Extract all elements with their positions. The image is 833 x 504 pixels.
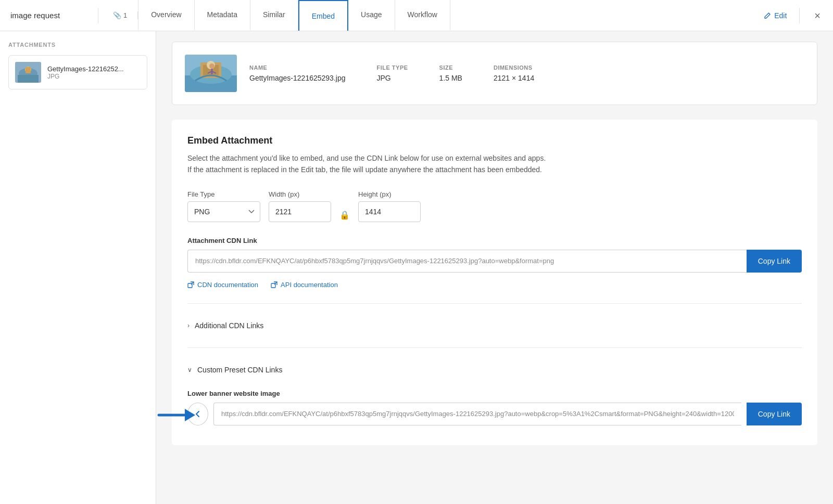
edit-icon [764, 12, 771, 19]
tab-overview[interactable]: Overview [138, 0, 194, 31]
file-type-label: FILE TYPE [376, 64, 408, 71]
custom-preset-accordion: ∨ Custom Preset CDN Links Lower banner w… [187, 358, 802, 425]
embed-form-row: File Type PNG JPG WEBP Width (px) 🔒 Heig… [187, 190, 802, 222]
banner-copy-button[interactable]: Copy Link [747, 403, 802, 425]
cdn-link-row: Copy Link [187, 250, 802, 273]
attachment-item[interactable]: GettyImages-12216252... JPG [8, 55, 147, 89]
file-type-select[interactable]: PNG JPG WEBP [187, 201, 260, 222]
banner-cdn-input[interactable] [213, 403, 741, 425]
svg-rect-4 [26, 67, 31, 73]
size-label: SIZE [439, 64, 462, 71]
tab-usage[interactable]: Usage [348, 0, 395, 31]
tab-similar[interactable]: Similar [250, 0, 298, 31]
additional-cdn-accordion: › Additional CDN Links [187, 314, 802, 337]
banner-section: Lower banner website image [187, 390, 802, 425]
content-area: NAME GettyImages-1221625293.jpg FILE TYP… [156, 31, 833, 504]
doc-links: CDN documentation API documentation [187, 281, 802, 289]
attachment-icon: 📎 [113, 11, 121, 19]
attachment-name: GettyImages-12216252... [47, 65, 124, 73]
divider-2 [187, 347, 802, 348]
tab-metadata[interactable]: Metadata [195, 0, 250, 31]
embed-section: Embed Attachment Select the attachment y… [172, 120, 817, 445]
copy-link-button[interactable]: Copy Link [747, 250, 802, 273]
header: image request 📎 1 Overview Metadata Simi… [0, 0, 833, 31]
file-dimensions-group: DIMENSIONS 2121 × 1414 [494, 64, 534, 82]
svg-point-11 [209, 63, 214, 69]
tab-workflow[interactable]: Workflow [395, 0, 450, 31]
width-label: Width (px) [269, 190, 331, 198]
divider-1 [187, 303, 802, 304]
chevron-right-icon: › [187, 322, 190, 329]
file-card: NAME GettyImages-1221625293.jpg FILE TYP… [172, 42, 817, 105]
embed-title: Embed Attachment [187, 135, 802, 146]
main-layout: ATTACHMENTS GettyImages-12216252... JPG [0, 31, 833, 504]
api-doc-link[interactable]: API documentation [271, 281, 338, 289]
page-title: image request [10, 11, 94, 20]
back-arrow-icon [194, 410, 202, 418]
edit-button[interactable]: Edit [764, 11, 787, 20]
svg-rect-2 [18, 75, 39, 83]
header-separator [98, 8, 98, 23]
sidebar-section-label: ATTACHMENTS [8, 42, 147, 48]
additional-cdn-header[interactable]: › Additional CDN Links [187, 314, 802, 337]
dimensions-value: 2121 × 1414 [494, 74, 534, 82]
file-type-group: File Type PNG JPG WEBP [187, 190, 260, 222]
file-name-group: NAME GettyImages-1221625293.jpg [249, 64, 345, 82]
attachment-type: JPG [47, 73, 124, 80]
attachment-count-value: 1 [123, 11, 127, 19]
cdn-link-label: Attachment CDN Link [187, 237, 802, 244]
cdn-doc-link[interactable]: CDN documentation [187, 281, 258, 289]
name-label: NAME [249, 64, 345, 71]
chevron-down-icon: ∨ [187, 366, 192, 373]
lock-icon: 🔒 [339, 210, 350, 222]
width-group: Width (px) [269, 190, 331, 222]
sidebar: ATTACHMENTS GettyImages-12216252... JPG [0, 31, 156, 504]
width-input[interactable] [269, 201, 331, 222]
file-type-group: FILE TYPE JPG [376, 64, 408, 82]
attachment-thumbnail [15, 62, 41, 83]
close-button[interactable]: × [812, 8, 823, 23]
height-input[interactable] [358, 201, 421, 222]
tab-bar: Overview Metadata Similar Embed Usage Wo… [138, 0, 764, 31]
file-preview [185, 55, 237, 92]
external-link-icon [187, 281, 194, 288]
custom-preset-header[interactable]: ∨ Custom Preset CDN Links [187, 358, 802, 381]
banner-label: Lower banner website image [187, 390, 802, 397]
header-sep2 [799, 8, 800, 23]
dimensions-label: DIMENSIONS [494, 64, 534, 71]
height-label: Height (px) [358, 190, 421, 198]
attachment-info: GettyImages-12216252... JPG [47, 65, 124, 80]
back-button[interactable] [187, 403, 208, 425]
file-size-group: SIZE 1.5 MB [439, 64, 462, 82]
header-actions: Edit × [764, 8, 823, 23]
size-value: 1.5 MB [439, 74, 462, 82]
external-link-icon-2 [271, 281, 277, 288]
tab-embed[interactable]: Embed [298, 0, 348, 31]
file-meta: NAME GettyImages-1221625293.jpg FILE TYP… [249, 64, 534, 82]
name-value: GettyImages-1221625293.jpg [249, 74, 345, 82]
attachment-count: 📎 1 [103, 11, 138, 19]
embed-description: Select the attachment you'd like to embe… [187, 152, 802, 176]
height-group: Height (px) [358, 190, 421, 222]
cdn-link-input[interactable] [187, 250, 747, 273]
file-type-value: JPG [376, 74, 408, 82]
file-type-form-label: File Type [187, 190, 260, 198]
